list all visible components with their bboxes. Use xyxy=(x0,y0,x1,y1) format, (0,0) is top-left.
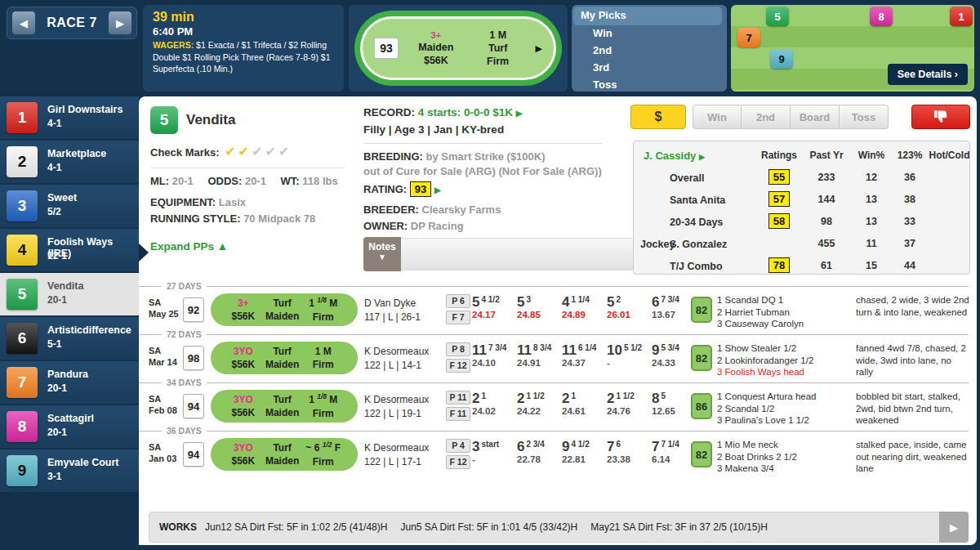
check-mark-icon[interactable]: ✔ xyxy=(238,145,249,159)
pp-row-body: SAFeb 08943YO$56KTurfMaiden1 1/8 MFirmK … xyxy=(139,388,977,426)
wagers-label: WAGERS: xyxy=(153,40,194,50)
pp-race-pill: 3YO$56KTurfMaiden~ 6 1/2 FFirm xyxy=(211,438,358,471)
pp-position: 6 xyxy=(652,294,659,310)
pp-call-position: 105 1/2 xyxy=(607,342,652,359)
pp-position: 11 xyxy=(562,342,577,358)
pp-age-purse: 3YO$56K xyxy=(224,393,263,419)
next-race-button[interactable]: ▶ xyxy=(108,11,132,35)
horse-list-item-1[interactable]: 1Girl Downstairs4-1 xyxy=(0,96,139,139)
horse-list-item-9[interactable]: 9Emyvale Court3-1 xyxy=(0,449,139,492)
wager-money-button[interactable]: $ xyxy=(630,105,686,129)
pick-chip-8[interactable]: 8 xyxy=(870,7,893,26)
horse-list-item-7[interactable]: 7Pandura20-1 xyxy=(0,361,139,404)
pp-lengths: 7 1/4 xyxy=(661,440,679,449)
trainer-name-link[interactable]: J. Cassidy ▶ xyxy=(634,150,756,162)
pp-row-Jan-03[interactable]: 36 DAYSSAJan 03943YO$56KTurfMaiden~ 6 1/… xyxy=(139,426,977,474)
pp-position: 8 xyxy=(652,391,659,406)
pick-button-2nd[interactable]: 2nd xyxy=(742,105,791,129)
pp-field-badge: F 11 xyxy=(446,407,470,421)
check-mark-icon[interactable]: ✔ xyxy=(278,145,289,159)
pp-jockey-name: D Van Dyke xyxy=(364,297,421,311)
stats-row-label: JockeyS. Gonzalez xyxy=(634,236,756,251)
pp-position: 2 xyxy=(562,391,569,406)
rating-badge: 78 xyxy=(768,257,790,273)
stats-col-ratings: Ratings xyxy=(756,150,802,161)
check-mark-icon[interactable]: ✔ xyxy=(252,145,262,159)
running-style-label: RUNNING STYLE: xyxy=(150,212,241,225)
pick-chip-1[interactable]: 1 xyxy=(950,7,973,26)
my-picks-row-2nd[interactable]: 2nd xyxy=(572,44,727,60)
record-label: RECORD: xyxy=(363,106,415,118)
horse-list-item-6[interactable]: 6Artisticdifference5-1 xyxy=(0,317,139,360)
race-type: Maiden xyxy=(412,41,461,54)
stats-winpct-cell: 11 xyxy=(851,238,892,249)
works-next-button[interactable]: ▶ xyxy=(939,512,969,543)
horse-list-item-3[interactable]: 3Sweet5/2 xyxy=(0,185,139,227)
see-details-button[interactable]: See Details › xyxy=(888,64,968,85)
notes-button[interactable]: Notes ▼ xyxy=(363,237,401,271)
pp-lengths: 1 1/4 xyxy=(571,295,589,304)
notes-input-bar[interactable] xyxy=(401,238,644,271)
race-condition: Firm xyxy=(474,55,523,68)
pp-post-badge: P 11 xyxy=(446,391,470,405)
works-bar: WORKSJun12 SA Dirt Fst: 5F in 1:02 2/5 (… xyxy=(149,512,969,543)
weight-value: 118 lbs xyxy=(302,175,337,187)
pp-call-position: 21 1/2 xyxy=(517,391,562,407)
pp-rating-badge: 98 xyxy=(183,346,204,370)
stats-row-label: Santa Anita xyxy=(634,192,756,207)
pp-surface: Turf xyxy=(263,441,302,454)
race-title: RACE 7 xyxy=(47,16,97,30)
pp-fraction-col: 5226.01 xyxy=(607,294,652,320)
toss-thumbs-down-button[interactable] xyxy=(911,105,970,129)
pp-race-type: Maiden xyxy=(263,406,302,419)
horse-list-item-5[interactable]: 5Vendita20-1 xyxy=(0,273,139,315)
track-oval: 93 3+ Maiden $56K 1 M Turf Firm ▶ xyxy=(354,11,562,86)
pp-finisher: 2 Boat Drinks 2 1/2 xyxy=(717,451,853,463)
wagers-text: WAGERS: $1 Exacta / $1 Trifecta / $2 Rol… xyxy=(153,39,334,75)
pp-fraction-time: 6.14 xyxy=(652,454,697,464)
stats-rating-cell: 78 xyxy=(756,257,802,273)
pick-button-win[interactable]: Win xyxy=(693,105,742,129)
pp-track: SA xyxy=(149,297,179,308)
pick-button-board[interactable]: Board xyxy=(791,105,840,129)
pp-surface-type: TurfMaiden xyxy=(263,345,302,371)
stats-pastyr-cell: 61 xyxy=(802,260,851,271)
horse-list-item-2[interactable]: 2Marketplace4-1 xyxy=(0,141,139,183)
pp-fraction-col: 77 1/46.14 xyxy=(652,439,697,464)
my-picks-row-toss[interactable]: Toss xyxy=(572,78,727,92)
race-details-arrow-icon[interactable]: ▶ xyxy=(536,43,542,54)
divider xyxy=(150,168,343,168)
prev-race-button[interactable]: ◀ xyxy=(11,11,36,35)
record-line[interactable]: RECORD: 4 starts: 0-0-0 $1K ▶ xyxy=(363,106,523,118)
stats-rows: Overall552331236Santa Anita57144133820-3… xyxy=(634,166,969,276)
pp-distance-cond: ~ 6 1/2 FFirm xyxy=(301,440,345,467)
check-marks-row[interactable]: Check Marks: ✔✔✔✔✔ xyxy=(150,144,289,159)
pp-fractions: 3start-62 3/422.7894 1/222.817623.3877 1… xyxy=(472,439,697,464)
pp-purse: $56K xyxy=(224,406,263,419)
pp-row-body: SAJan 03943YO$56KTurfMaiden~ 6 1/2 FFirm… xyxy=(139,436,977,474)
pick-chip-7[interactable]: 7 xyxy=(737,28,760,47)
horse-list-item-4[interactable]: 4Foolish Ways (IRE)12-1 xyxy=(0,229,139,271)
track-oval-panel[interactable]: 93 3+ Maiden $56K 1 M Turf Firm ▶ xyxy=(349,5,568,92)
expand-pps-link[interactable]: Expand PPs ▲ xyxy=(150,240,228,253)
horse-list-item-8[interactable]: 8Scattagirl20-1 xyxy=(0,405,139,448)
check-mark-icon[interactable]: ✔ xyxy=(225,145,235,159)
pp-row-Feb-08[interactable]: 34 DAYSSAFeb 08943YO$56KTurfMaiden1 1/8 … xyxy=(139,378,977,426)
my-picks-row-3rd[interactable]: 3rd xyxy=(572,61,727,78)
pick-chip-9[interactable]: 9 xyxy=(770,49,793,69)
pp-position: 5 xyxy=(472,294,479,310)
pp-lengths: 1 1/2 xyxy=(616,391,634,400)
pp-call-position: 118 3/4 xyxy=(517,342,562,359)
pp-row-Mar-14[interactable]: 72 DAYSSAMar 14983YO$56KTurfMaiden1 M Fi… xyxy=(139,329,977,378)
check-mark-icon[interactable]: ✔ xyxy=(265,145,275,159)
rating-line[interactable]: RATING: 93 ▶ xyxy=(363,181,441,197)
pp-call-position: 117 3/4 xyxy=(472,342,517,359)
my-picks-row-win[interactable]: Win xyxy=(572,27,727,43)
pp-position: 7 xyxy=(652,439,659,454)
pick-button-toss[interactable]: Toss xyxy=(840,105,889,129)
stats-pastyr-cell: 98 xyxy=(802,216,851,227)
pick-chip-5[interactable]: 5 xyxy=(766,7,789,26)
pp-fraction-time: 24.85 xyxy=(517,310,562,320)
pp-row-May-25[interactable]: 27 DAYSSAMay 25923+$56KTurfMaiden1 1/8 M… xyxy=(139,281,977,329)
trainer-stats-table: J. Cassidy ▶ Ratings Past Yr Win% 123% H… xyxy=(633,141,970,275)
